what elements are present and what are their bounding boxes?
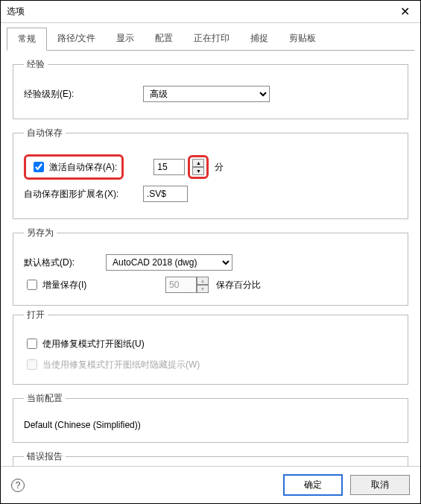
tab-paths[interactable]: 路径/文件 — [47, 28, 106, 50]
incremental-down: ▼ — [197, 285, 209, 293]
combo-experience-level[interactable]: 高级 — [143, 86, 270, 102]
combo-default-format[interactable]: AutoCAD 2018 (dwg) — [106, 254, 232, 271]
highlight-activate-autosave: 激活自动保存(A): — [24, 154, 124, 180]
autosave-interval-up[interactable]: ▲ — [192, 159, 204, 167]
incremental-up: ▲ — [197, 277, 209, 285]
label-open-repair: 使用修复模式打开图纸(U) — [42, 338, 145, 350]
cancel-button[interactable]: 取消 — [350, 475, 410, 495]
legend-autosave: 自动保存 — [24, 127, 66, 139]
highlight-autosave-spin: ▲ ▼ — [188, 155, 209, 179]
tab-display[interactable]: 显示 — [106, 28, 145, 50]
tab-bar: 常规 路径/文件 显示 配置 正在打印 捕捉 剪贴板 — [7, 28, 414, 51]
legend-experience: 经验 — [24, 58, 48, 71]
group-experience: 经验 经验级别(E): 高级 — [13, 58, 408, 119]
window-title: 选项 — [7, 5, 396, 18]
tab-printing[interactable]: 正在打印 — [183, 28, 240, 50]
close-icon[interactable]: ✕ — [396, 4, 414, 19]
legend-error-report: 错误报告 — [24, 450, 66, 463]
checkbox-activate-autosave[interactable] — [34, 162, 44, 172]
input-autosave-ext[interactable] — [143, 186, 188, 202]
tab-clipboard[interactable]: 剪贴板 — [279, 28, 326, 50]
checkbox-hide-repair-hint — [27, 359, 37, 370]
tab-config[interactable]: 配置 — [145, 28, 183, 50]
group-open: 打开 使用修复模式打开图纸(U) 当使用修复模式打开图纸时隐藏提示(W) — [13, 309, 408, 385]
group-error-report: 错误报告 禁用错误报告(R) 生成完整报告(G) — [13, 450, 408, 466]
spinner-autosave-interval — [153, 159, 185, 175]
help-icon[interactable]: ? — [11, 479, 25, 492]
legend-open: 打开 — [24, 309, 48, 321]
legend-saveas: 另存为 — [24, 227, 57, 239]
label-hide-repair-hint: 当使用修复模式打开图纸时隐藏提示(W) — [42, 359, 200, 371]
group-saveas: 另存为 默认格式(D): AutoCAD 2018 (dwg) 增量保存(I) … — [13, 227, 408, 306]
label-incremental-save: 增量保存(I) — [42, 279, 86, 292]
label-activate-autosave: 激活自动保存(A): — [49, 161, 117, 174]
label-experience-level: 经验级别(E): — [24, 88, 143, 101]
input-incremental-percent — [165, 277, 197, 293]
group-profile: 当前配置 Default (Chinese (Simplified)) — [13, 392, 408, 443]
spinner-incremental-percent: ▲ ▼ — [165, 277, 209, 293]
value-current-profile: Default (Chinese (Simplified)) — [24, 420, 141, 430]
label-save-percent: 保存百分比 — [216, 279, 261, 292]
group-autosave: 自动保存 激活自动保存(A): ▲ ▼ — [13, 127, 408, 219]
checkbox-open-repair[interactable] — [27, 338, 37, 349]
checkbox-incremental-save[interactable] — [27, 280, 37, 290]
autosave-interval-down[interactable]: ▼ — [192, 167, 204, 175]
input-autosave-interval[interactable] — [153, 159, 185, 175]
label-default-format: 默认格式(D): — [24, 256, 106, 269]
tab-snap[interactable]: 捕捉 — [240, 28, 279, 50]
tab-general[interactable]: 常规 — [7, 28, 47, 51]
ok-button[interactable]: 确定 — [283, 474, 343, 496]
legend-profile: 当前配置 — [24, 392, 66, 405]
label-autosave-ext: 自动保存图形扩展名(X): — [24, 188, 143, 201]
label-autosave-unit: 分 — [215, 161, 224, 174]
